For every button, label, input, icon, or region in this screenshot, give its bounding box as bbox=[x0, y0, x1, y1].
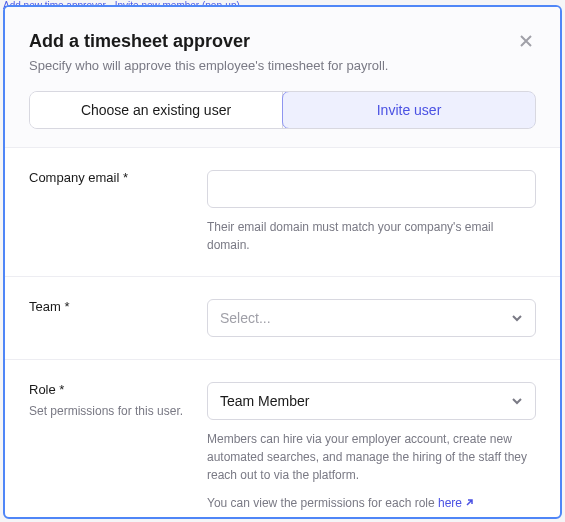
external-link-icon bbox=[464, 495, 474, 513]
role-select-value: Team Member bbox=[220, 393, 309, 409]
helper-role-prefix: You can view the permissions for each ro… bbox=[207, 496, 438, 510]
helper-email: Their email domain must match your compa… bbox=[207, 218, 536, 254]
row-company-email: Company email * Their email domain must … bbox=[5, 148, 560, 277]
helper-role-link-line: You can view the permissions for each ro… bbox=[207, 494, 536, 513]
input-col-role: Team Member Members can hire via your em… bbox=[207, 382, 536, 513]
team-select-placeholder: Select... bbox=[220, 310, 271, 326]
label-col-team: Team * bbox=[29, 299, 189, 337]
tabs-container: Choose an existing user Invite user bbox=[5, 91, 560, 148]
row-role: Role * Set permissions for this user. Te… bbox=[5, 360, 560, 519]
tab-invite-user[interactable]: Invite user bbox=[282, 91, 536, 129]
add-approver-modal: Add a timesheet approver Specify who wil… bbox=[3, 5, 562, 519]
close-button[interactable] bbox=[514, 29, 538, 53]
modal-header: Add a timesheet approver Specify who wil… bbox=[5, 7, 560, 91]
label-col-email: Company email * bbox=[29, 170, 189, 254]
modal-title: Add a timesheet approver bbox=[29, 31, 536, 52]
team-select[interactable]: Select... bbox=[207, 299, 536, 337]
label-company-email: Company email * bbox=[29, 170, 189, 185]
company-email-input[interactable] bbox=[207, 170, 536, 208]
input-col-email: Their email domain must match your compa… bbox=[207, 170, 536, 254]
permissions-link[interactable]: here bbox=[438, 496, 474, 510]
close-icon bbox=[518, 33, 534, 49]
modal-subtitle: Specify who will approve this employee's… bbox=[29, 58, 536, 73]
label-team: Team * bbox=[29, 299, 189, 314]
input-col-team: Select... bbox=[207, 299, 536, 337]
row-team: Team * Select... bbox=[5, 277, 560, 360]
helper-role-desc: Members can hire via your employer accou… bbox=[207, 430, 536, 484]
chevron-down-icon bbox=[511, 395, 523, 407]
label-col-role: Role * Set permissions for this user. bbox=[29, 382, 189, 513]
tab-existing-user[interactable]: Choose an existing user bbox=[30, 92, 283, 128]
sublabel-role: Set permissions for this user. bbox=[29, 403, 189, 420]
label-role: Role * bbox=[29, 382, 189, 397]
role-select[interactable]: Team Member bbox=[207, 382, 536, 420]
tabs: Choose an existing user Invite user bbox=[29, 91, 536, 129]
chevron-down-icon bbox=[511, 312, 523, 324]
